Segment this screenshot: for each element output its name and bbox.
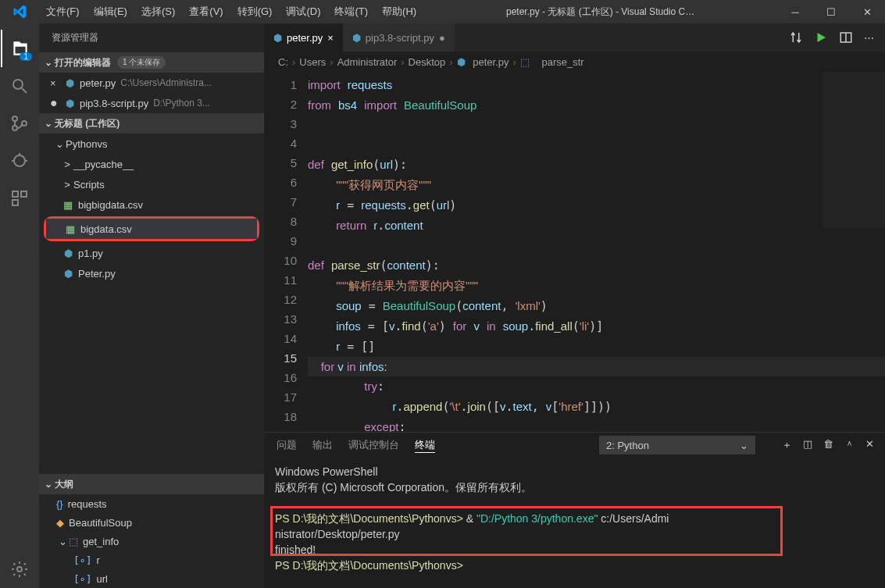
term-line: PS D:\我的文档\Documents\Pythonvs> & "D:/Pyt… bbox=[275, 511, 874, 526]
activity-debug[interactable] bbox=[1, 142, 38, 180]
term-line: 版权所有 (C) Microsoft Corporation。保留所有权利。 bbox=[275, 479, 874, 495]
method-icon: ⬚ bbox=[520, 56, 530, 68]
panel-tab-output[interactable]: 输出 bbox=[312, 438, 333, 452]
close-panel-icon[interactable]: ✕ bbox=[865, 438, 874, 452]
panel: 问题 输出 调试控制台 终端 2: Python⌄ ＋ ◫ 🗑 ＾ ✕ Wind… bbox=[264, 432, 885, 588]
terminal[interactable]: Windows PowerShell 版权所有 (C) Microsoft Co… bbox=[264, 458, 885, 588]
activity-search[interactable] bbox=[1, 67, 38, 105]
window-title: peter.py - 无标题 (工作区) - Visual Studio C… bbox=[423, 5, 777, 19]
term-line: Windows PowerShell bbox=[275, 464, 874, 479]
tree-file[interactable]: ▦ bigbigdata.csv bbox=[39, 194, 264, 215]
terminal-select[interactable]: 2: Python⌄ bbox=[599, 436, 755, 454]
svg-point-3 bbox=[12, 126, 17, 130]
close-button[interactable]: ✕ bbox=[849, 0, 885, 23]
tree-file[interactable]: ⬢ p1.py bbox=[39, 243, 264, 263]
activity-extensions[interactable] bbox=[1, 180, 38, 217]
csv-icon: ▦ bbox=[61, 199, 75, 211]
tree-folder[interactable]: > Scripts bbox=[39, 174, 264, 194]
menu-terminal[interactable]: 终端(T) bbox=[327, 0, 375, 23]
menu-debug[interactable]: 调试(D) bbox=[279, 0, 327, 23]
activity-scm[interactable] bbox=[1, 105, 38, 142]
outline-item[interactable]: [∘]url bbox=[39, 569, 264, 588]
menu-file[interactable]: 文件(F) bbox=[39, 0, 87, 23]
outline-header[interactable]: ⌄ 大纲 bbox=[39, 474, 264, 494]
compare-icon[interactable] bbox=[789, 30, 803, 45]
panel-tab-terminal[interactable]: 终端 bbox=[415, 438, 435, 453]
tab-modified-icon[interactable]: ● bbox=[439, 32, 445, 44]
activity-settings[interactable] bbox=[1, 551, 38, 588]
open-editor-item[interactable]: × ⬢ peter.py C:\Users\Administra... bbox=[39, 73, 264, 93]
highlight-box: ▦ bigdata.csv bbox=[44, 216, 259, 241]
file-name: p1.py bbox=[78, 248, 103, 259]
variable-icon: [∘] bbox=[73, 554, 91, 566]
tree-folder[interactable]: > __pycache__ bbox=[39, 154, 264, 174]
more-icon[interactable]: ⋯ bbox=[864, 32, 874, 44]
svg-line-1 bbox=[22, 88, 27, 93]
chevron-right-icon: > bbox=[61, 159, 73, 170]
new-terminal-icon[interactable]: ＋ bbox=[782, 438, 792, 452]
tree-file-selected[interactable]: ▦ bigdata.csv bbox=[46, 219, 257, 239]
tab-label: pip3.8-script.py bbox=[366, 32, 434, 44]
maximize-panel-icon[interactable]: ＾ bbox=[844, 438, 855, 452]
term-line: nistrator/Desktop/peter.py bbox=[275, 526, 874, 542]
menu-go[interactable]: 转到(G) bbox=[230, 0, 280, 23]
file-name: bigbigdata.csv bbox=[78, 199, 143, 211]
outline-item[interactable]: ⌄⬚get_info bbox=[39, 532, 264, 551]
folder-name: Scripts bbox=[73, 179, 105, 191]
unsaved-badge: 1 个未保存 bbox=[117, 56, 166, 69]
python-icon: ⬢ bbox=[61, 248, 75, 259]
menu-bar: 文件(F) 编辑(E) 选择(S) 查看(V) 转到(G) 调试(D) 终端(T… bbox=[39, 0, 423, 23]
modified-icon[interactable]: ● bbox=[50, 96, 62, 110]
class-icon: ◆ bbox=[56, 517, 64, 529]
open-editors-header[interactable]: ⌄ 打开的编辑器 1 个未保存 bbox=[39, 52, 264, 73]
minimap[interactable] bbox=[823, 72, 885, 228]
python-icon: ⬢ bbox=[352, 32, 361, 44]
outline-item[interactable]: ◆BeautifulSoup bbox=[39, 513, 264, 532]
vscode-logo-icon bbox=[0, 5, 39, 19]
tree-folder-root[interactable]: ⌄ Pythonvs bbox=[39, 134, 264, 154]
minimize-button[interactable]: ─ bbox=[777, 0, 813, 23]
workspace-label: 无标题 (工作区) bbox=[55, 117, 120, 130]
split-icon[interactable] bbox=[839, 30, 853, 45]
run-icon[interactable] bbox=[814, 30, 828, 45]
split-terminal-icon[interactable]: ◫ bbox=[803, 438, 812, 452]
menu-selection[interactable]: 选择(S) bbox=[134, 0, 182, 23]
python-icon: ⬢ bbox=[62, 98, 77, 109]
chevron-down-icon: ⌄ bbox=[42, 118, 55, 129]
svg-point-5 bbox=[14, 155, 25, 166]
menu-help[interactable]: 帮助(H) bbox=[375, 0, 423, 23]
file-name: pip3.8-script.py bbox=[80, 98, 148, 109]
breadcrumb[interactable]: C:› Users› Administrator› Desktop› ⬢ pet… bbox=[264, 52, 885, 72]
outline-item[interactable]: [∘]r bbox=[39, 551, 264, 569]
svg-rect-11 bbox=[12, 200, 18, 205]
tab-peter[interactable]: ⬢ peter.py × bbox=[264, 23, 343, 52]
open-editor-item[interactable]: ● ⬢ pip3.8-script.py D:\Python 3... bbox=[39, 93, 264, 113]
code-content[interactable]: import requests from bs4 import Beautifu… bbox=[308, 72, 885, 432]
window-controls: ─ ☐ ✕ bbox=[777, 0, 885, 23]
outline-label: 大纲 bbox=[55, 478, 73, 491]
sidebar-title: 资源管理器 bbox=[39, 23, 264, 52]
file-path: D:\Python 3... bbox=[153, 98, 210, 109]
panel-tabs: 问题 输出 调试控制台 终端 2: Python⌄ ＋ ◫ 🗑 ＾ ✕ bbox=[264, 433, 885, 458]
close-icon[interactable]: × bbox=[50, 77, 62, 89]
tab-label: peter.py bbox=[287, 32, 323, 44]
activity-explorer[interactable]: 1 bbox=[1, 30, 38, 67]
tab-close-icon[interactable]: × bbox=[327, 32, 334, 44]
panel-tab-problems[interactable]: 问题 bbox=[277, 438, 297, 452]
workspace-header[interactable]: ⌄ 无标题 (工作区) bbox=[39, 113, 264, 134]
chevron-down-icon: ⌄ bbox=[740, 440, 748, 451]
code-editor[interactable]: 123456789101112131415161718 import reque… bbox=[264, 72, 885, 432]
panel-tab-debug[interactable]: 调试控制台 bbox=[348, 438, 399, 452]
outline-item[interactable]: {}requests bbox=[39, 494, 264, 513]
tab-pip[interactable]: ⬢ pip3.8-script.py ● bbox=[343, 23, 455, 52]
svg-point-0 bbox=[13, 80, 23, 89]
variable-icon: [∘] bbox=[73, 573, 91, 585]
file-name: Peter.py bbox=[78, 268, 116, 280]
maximize-button[interactable]: ☐ bbox=[813, 0, 849, 23]
term-line: finished! bbox=[275, 542, 874, 558]
trash-icon[interactable]: 🗑 bbox=[823, 438, 833, 452]
menu-view[interactable]: 查看(V) bbox=[182, 0, 230, 23]
svg-point-2 bbox=[12, 116, 17, 121]
menu-edit[interactable]: 编辑(E) bbox=[87, 0, 134, 23]
tree-file[interactable]: ⬢ Peter.py bbox=[39, 263, 264, 283]
